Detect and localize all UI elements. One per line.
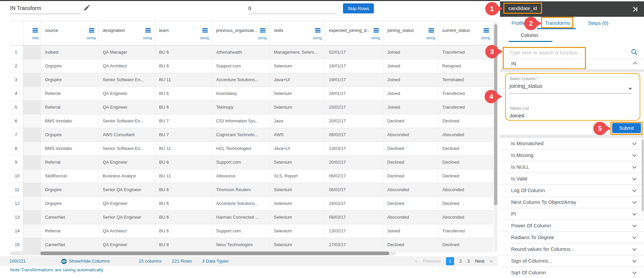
submit-button[interactable]: Submit bbox=[612, 123, 641, 133]
cell-source[interactable]: Referral bbox=[41, 87, 99, 100]
cell-designation[interactable]: Senior Software En... bbox=[99, 73, 155, 87]
rows-summary[interactable]: 221 Rows bbox=[172, 256, 192, 266]
cell-joining-status[interactable]: Declined bbox=[383, 142, 438, 155]
cell-current-status[interactable]: Declined bbox=[438, 142, 493, 155]
transform-name-input[interactable] bbox=[10, 3, 81, 14]
cell-joining-status[interactable]: Absconded bbox=[383, 183, 438, 197]
cell-joining-status[interactable]: Declined bbox=[383, 197, 438, 210]
cell-source[interactable]: Orgspire bbox=[41, 73, 99, 87]
cell-previous-organisati-[interactable]: Thomson Reuters bbox=[212, 183, 270, 197]
cell-designation[interactable]: QA Engineer bbox=[99, 156, 155, 169]
cell-designation[interactable]: QA Engineer bbox=[99, 238, 155, 252]
function-row-is-valid[interactable]: Is Valid bbox=[500, 173, 644, 185]
partial-column-cell[interactable] bbox=[23, 169, 41, 183]
cell-team[interactable]: BU 11 bbox=[155, 169, 212, 183]
cell-skills[interactable]: Selenium bbox=[270, 183, 325, 197]
partial-column-cell[interactable] bbox=[23, 211, 41, 224]
partial-column-cell[interactable] bbox=[23, 197, 41, 210]
function-row-log-of-column[interactable]: Log Of Column bbox=[500, 185, 644, 197]
cell-expected-joining-d-[interactable]: 06/02/17 bbox=[325, 169, 383, 183]
columns-summary[interactable]: 15 columns bbox=[139, 256, 162, 266]
cell-previous-organisati-[interactable]: Ness Technologies bbox=[212, 238, 270, 252]
cell-designation[interactable]: QA Architect bbox=[99, 224, 155, 238]
cell-joining-status[interactable]: Joined bbox=[383, 224, 438, 238]
cell-skills[interactable]: Selenium bbox=[270, 238, 325, 252]
cell-joining-status[interactable]: Joined bbox=[383, 101, 438, 114]
function-row-radians-to-degree[interactable]: Radians To Degree bbox=[500, 232, 644, 243]
function-row-sign-of-columns-[interactable]: Sign of Columns... bbox=[500, 255, 644, 267]
panel-scrollbar-thumb[interactable] bbox=[642, 139, 644, 211]
column-menu-icon[interactable] bbox=[202, 28, 208, 29]
function-row-in[interactable]: IN bbox=[500, 59, 644, 69]
column-menu-icon[interactable] bbox=[89, 28, 94, 29]
partial-column-cell[interactable] bbox=[23, 101, 41, 114]
cell-previous-organisati-[interactable]: Cognizant Technolo... bbox=[212, 128, 270, 142]
cell-skills[interactable]: Java+UI bbox=[270, 73, 325, 87]
cell-designation[interactable]: QA Engineer bbox=[99, 87, 155, 100]
chevron-down-icon[interactable] bbox=[632, 223, 637, 227]
cell-team[interactable]: BU 6 bbox=[155, 197, 212, 210]
cell-expected-joining-d-[interactable]: 15/02/17 bbox=[325, 101, 383, 114]
column-menu-icon[interactable] bbox=[260, 28, 265, 29]
cell-expected-joining-d-[interactable]: 24/03/17 bbox=[325, 197, 383, 210]
partial-column-cell[interactable] bbox=[23, 73, 41, 87]
pagination-page-1[interactable]: 1 bbox=[446, 257, 454, 265]
partial-column-cell[interactable] bbox=[23, 224, 41, 238]
cell-joining-status[interactable]: Declined bbox=[383, 238, 438, 252]
subtab-column[interactable]: Column bbox=[521, 32, 538, 38]
column-menu-icon[interactable] bbox=[315, 28, 320, 29]
chevron-down-icon[interactable] bbox=[632, 200, 637, 204]
cell-designation[interactable]: QA Engineer bbox=[99, 101, 155, 114]
cell-expected-joining-d-[interactable]: 13/03/17 bbox=[325, 142, 383, 155]
cell-previous-organisati-[interactable]: TekInspy bbox=[212, 101, 270, 114]
cell-team[interactable]: BU 6 bbox=[155, 211, 212, 224]
cell-joining-status[interactable]: Absconded bbox=[383, 211, 438, 224]
cell-current-status[interactable]: Terminated bbox=[438, 73, 493, 87]
pagination-previous[interactable]: Previous bbox=[423, 256, 441, 266]
cell-skills[interactable]: Selenium bbox=[270, 87, 325, 100]
edit-pencil-icon[interactable] bbox=[83, 4, 91, 11]
cell-current-status[interactable]: Declined bbox=[438, 238, 493, 252]
partial-column-cell[interactable] bbox=[23, 59, 41, 73]
cell-source[interactable]: BMS Innolabs bbox=[41, 142, 99, 155]
chevron-down-icon[interactable] bbox=[632, 211, 637, 216]
partial-column-cell[interactable] bbox=[23, 183, 41, 197]
chevron-down-icon[interactable] bbox=[632, 141, 637, 145]
show-hide-columns-link[interactable]: Show/Hide Columns bbox=[61, 256, 110, 266]
cell-team[interactable]: BU 7 bbox=[155, 128, 212, 142]
search-icon[interactable] bbox=[631, 48, 638, 56]
cell-team[interactable]: BU 8 bbox=[155, 238, 212, 252]
tab-profile[interactable]: Profile bbox=[511, 20, 526, 26]
skip-rows-button[interactable]: Skip Rows bbox=[343, 3, 374, 13]
cell-joining-status[interactable]: Declined bbox=[383, 156, 438, 169]
column-menu-icon[interactable] bbox=[429, 28, 434, 29]
cell-skills[interactable]: Selenium bbox=[270, 101, 325, 114]
pagination-next[interactable]: Next bbox=[475, 256, 485, 266]
cell-skills[interactable]: Selenium bbox=[270, 197, 325, 210]
cell-source[interactable]: Referral bbox=[41, 101, 99, 114]
chevron-down-icon[interactable] bbox=[632, 270, 637, 274]
column-menu-icon[interactable] bbox=[33, 28, 38, 29]
cell-team[interactable]: BU 6 bbox=[155, 101, 212, 114]
cell-current-status[interactable]: Declined bbox=[438, 114, 493, 128]
values-list-value[interactable]: Joined bbox=[509, 113, 524, 118]
cell-expected-joining-d-[interactable]: 08/03/17 bbox=[325, 211, 383, 224]
cell-previous-organisati-[interactable]: Athenahealth bbox=[212, 46, 270, 59]
cell-skills[interactable]: Java+UI bbox=[270, 142, 325, 155]
cell-current-status[interactable]: Declined bbox=[438, 197, 493, 210]
cell-expected-joining-d-[interactable]: 18/01/17 bbox=[325, 59, 383, 73]
cell-previous-organisati-[interactable]: Support.com bbox=[212, 59, 270, 73]
cell-joining-status[interactable]: Joined bbox=[383, 87, 438, 100]
cell-joining-status[interactable]: Absconded bbox=[383, 128, 438, 142]
function-row-power-of-column[interactable]: Power Of Column bbox=[500, 220, 644, 232]
cell-source[interactable]: Indeed bbox=[41, 46, 99, 59]
cell-source[interactable]: Orgspire bbox=[41, 59, 99, 73]
cell-skills[interactable]: Selenium bbox=[270, 224, 325, 238]
cell-expected-joining-d-[interactable]: 27/03/17 bbox=[325, 238, 383, 252]
cell-previous-organisati-[interactable]: CGI Information Sys... bbox=[212, 114, 270, 128]
function-row-round-values-for-columns-[interactable]: Round values for Columns... bbox=[500, 243, 644, 255]
cell-joining-status[interactable]: Joined bbox=[383, 46, 438, 59]
cell-skills[interactable]: XLS, Report bbox=[270, 169, 325, 183]
cell-previous-organisati-[interactable]: Support.com bbox=[212, 156, 270, 169]
cell-source[interactable]: Referral bbox=[41, 224, 99, 238]
